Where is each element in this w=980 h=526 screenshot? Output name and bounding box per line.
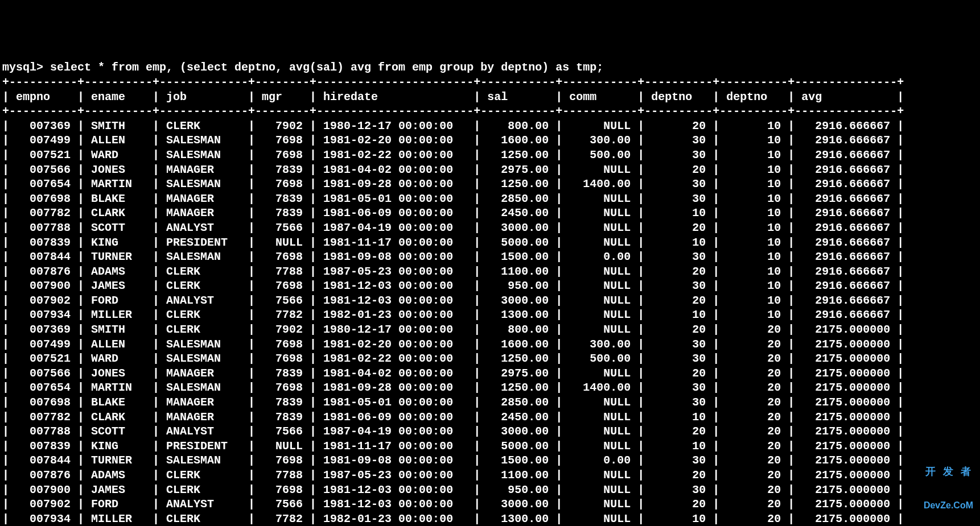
terminal-output: mysql> select * from emp, (select deptno… — [2, 61, 904, 525]
watermark-line2: DevZe.CoM — [924, 500, 973, 511]
watermark-line1: 开 发 者 — [924, 466, 973, 478]
watermark: 开 发 者 DevZe.CoM — [924, 444, 973, 521]
